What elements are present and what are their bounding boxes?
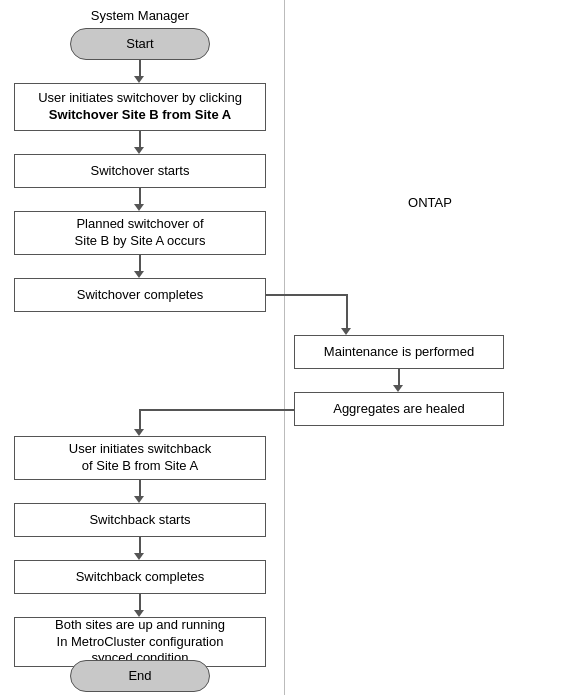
arrow-4-5-v [346,294,348,330]
col1-header: System Manager [20,8,260,23]
step5-text: Maintenance is performed [324,344,474,361]
arrowhead-9 [134,553,144,560]
arrow-6-7-v [139,409,141,431]
step3-box: Planned switchover ofSite B by Site A oc… [14,211,266,255]
arrowhead-7 [134,429,144,436]
arrowhead-3 [134,204,144,211]
step2-box: Switchover starts [14,154,266,188]
end-label: End [128,668,151,685]
step5-box: Maintenance is performed [294,335,504,369]
step2-text: Switchover starts [91,163,190,180]
step8-text: Switchback starts [89,512,190,529]
step7-box: User initiates switchbackof Site B from … [14,436,266,480]
diagram-container: System Manager ONTAP Start User initiate… [0,0,568,695]
step9-box: Switchback completes [14,560,266,594]
step4-text: Switchover completes [77,287,203,304]
step1-text: User initiates switchover by clickingSwi… [38,90,242,124]
arrow-4-5-h [266,294,346,296]
step1-box: User initiates switchover by clickingSwi… [14,83,266,131]
start-box: Start [70,28,210,60]
col-divider [284,0,285,695]
arrowhead-8 [134,496,144,503]
col2-header: ONTAP [350,195,510,210]
start-label: Start [126,36,153,53]
arrowhead-5 [341,328,351,335]
arrow-6-7-h [139,409,294,411]
step4-box: Switchover completes [14,278,266,312]
step3-text: Planned switchover ofSite B by Site A oc… [75,216,206,250]
step7-text: User initiates switchbackof Site B from … [69,441,211,475]
step9-text: Switchback completes [76,569,205,586]
step6-text: Aggregates are healed [333,401,465,418]
arrowhead-4 [134,271,144,278]
arrowhead-1 [134,76,144,83]
step6-box: Aggregates are healed [294,392,504,426]
end-box: End [70,660,210,692]
arrowhead-6 [393,385,403,392]
step8-box: Switchback starts [14,503,266,537]
arrowhead-2 [134,147,144,154]
